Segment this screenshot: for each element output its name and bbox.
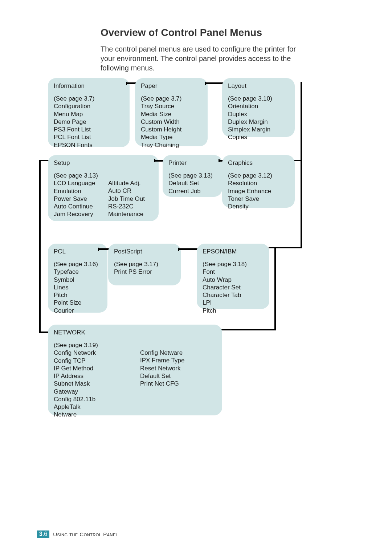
menu-network: NETWORK (See page 3.19) Config Network C… bbox=[48, 325, 222, 415]
menu-body: (See page 3.18) Font Auto Wrap Character… bbox=[203, 260, 264, 314]
menu-item: Auto CR bbox=[108, 187, 145, 195]
menu-item: Character Set bbox=[203, 284, 264, 291]
menu-body: (See page 3.13) LCD Language Emulation P… bbox=[54, 172, 153, 218]
menu-item: Demo Page bbox=[54, 118, 124, 126]
page: Overview of Control Panel Menus The cont… bbox=[0, 0, 392, 553]
menu-item: Default Set bbox=[140, 372, 185, 380]
menu-item: IP Get Method bbox=[54, 365, 130, 372]
menu-item: Config Netware bbox=[140, 349, 185, 357]
page-ref: (See page 3.7) bbox=[54, 95, 124, 102]
page-ref: (See page 3.7) bbox=[141, 95, 202, 102]
page-ref: (See page 3.16) bbox=[54, 260, 102, 268]
menu-item: Gateway bbox=[54, 388, 130, 395]
menu-item: Job Time Out bbox=[108, 195, 145, 203]
menu-item: Font bbox=[203, 268, 264, 276]
menu-body: (See page 3.13) Default Set Current Job bbox=[168, 172, 216, 195]
arrow-icon bbox=[205, 82, 225, 84]
menu-item: Reset Network bbox=[140, 365, 185, 372]
menu-body: (See page 3.10) Orientation Duplex Duple… bbox=[228, 95, 289, 141]
menu-item: Netware bbox=[54, 411, 130, 418]
menu-item: Symbol bbox=[54, 276, 102, 284]
menu-item: Toner Save bbox=[228, 195, 289, 203]
menu-title: Paper bbox=[141, 82, 202, 90]
page-ref: (See page 3.19) bbox=[54, 341, 130, 349]
menu-item: Pitch bbox=[54, 291, 102, 299]
menu-item: PS3 Font List bbox=[54, 126, 124, 133]
menu-layout: Layout (See page 3.10) Orientation Duple… bbox=[222, 78, 295, 137]
menu-title: PCL bbox=[54, 248, 102, 255]
menu-item: EPSON Fonts bbox=[54, 141, 124, 149]
menu-item: Config TCP bbox=[54, 357, 130, 365]
menu-paper: Paper (See page 3.7) Tray Source Media S… bbox=[135, 78, 208, 146]
menu-body: (See page 3.7) Configuration Menu Map De… bbox=[54, 95, 124, 149]
menu-item: Point Size bbox=[54, 299, 102, 306]
menu-item: Custom Height bbox=[141, 126, 202, 133]
menu-title: NETWORK bbox=[54, 329, 216, 336]
menu-item: Tray Chaining bbox=[141, 141, 202, 149]
menu-item: Maintenance bbox=[108, 210, 145, 218]
menu-item: PCL Font List bbox=[54, 133, 124, 141]
menu-item: LCD Language bbox=[54, 179, 98, 187]
menu-item: Simplex Margin bbox=[228, 126, 289, 133]
page-ref: (See page 3.13) bbox=[168, 172, 216, 179]
page-ref: (See page 3.18) bbox=[203, 260, 264, 268]
menu-body: (See page 3.12) Resolution Image Enhance… bbox=[228, 172, 289, 210]
menu-graphics: Graphics (See page 3.12) Resolution Imag… bbox=[222, 155, 295, 208]
menu-item: Duplex Margin bbox=[228, 118, 289, 126]
menu-item: Orientation bbox=[228, 102, 289, 110]
menu-item: Power Save bbox=[54, 195, 98, 203]
menu-item: Auto Wrap bbox=[203, 276, 264, 284]
menu-title: EPSON/IBM bbox=[203, 248, 264, 255]
page-ref: (See page 3.12) bbox=[228, 172, 289, 179]
menu-postscript: PostScript (See page 3.17) Print PS Erro… bbox=[108, 244, 181, 285]
page-ref: (See page 3.17) bbox=[114, 260, 175, 268]
chapter-number: 3 bbox=[39, 531, 42, 537]
menu-item: Current Job bbox=[168, 187, 216, 195]
menu-printer: Printer (See page 3.13) Default Set Curr… bbox=[163, 155, 222, 197]
menu-item: LPI bbox=[203, 299, 264, 306]
menu-item: Density bbox=[228, 203, 289, 210]
menu-information: Information (See page 3.7) Configuration… bbox=[48, 78, 130, 147]
menu-item: Configuration bbox=[54, 102, 124, 110]
menu-body: (See page 3.7) Tray Source Media Size Cu… bbox=[141, 95, 202, 149]
menu-title: PostScript bbox=[114, 248, 175, 255]
page-footer: 3.6 Using the Control Panel bbox=[37, 530, 118, 538]
menu-body: (See page 3.16) Typeface Symbol Lines Pi… bbox=[54, 260, 102, 314]
menu-item: Lines bbox=[54, 284, 102, 291]
menu-item: Character Tab bbox=[203, 291, 264, 299]
menu-body: (See page 3.17) Print PS Error bbox=[114, 260, 175, 276]
connector-row2-left bbox=[39, 160, 48, 333]
menu-title: Printer bbox=[168, 159, 216, 167]
page-ref: (See page 3.10) bbox=[228, 95, 289, 102]
menu-item: Custom Width bbox=[141, 118, 202, 126]
menu-item: AppleTalk bbox=[54, 403, 130, 411]
menu-item: Image Enhance bbox=[228, 187, 289, 195]
menu-item: Subnet Mask bbox=[54, 380, 130, 387]
menu-item: RS-232C bbox=[108, 203, 145, 210]
menu-item: Menu Map bbox=[54, 110, 124, 118]
menu-item: IP Address bbox=[54, 372, 130, 380]
menu-item: Print PS Error bbox=[114, 268, 175, 276]
menu-item: Pitch bbox=[203, 307, 264, 314]
arrow-icon bbox=[178, 248, 200, 250]
menu-item: Default Set bbox=[168, 179, 216, 187]
intro-paragraph: The control panel menus are used to conf… bbox=[101, 44, 307, 73]
menu-title: Information bbox=[54, 82, 124, 90]
page-number: 6 bbox=[44, 531, 47, 537]
menu-item: Duplex bbox=[228, 110, 289, 118]
menu-epson-ibm: EPSON/IBM (See page 3.18) Font Auto Wrap… bbox=[197, 244, 269, 309]
menu-setup: Setup (See page 3.13) LCD Language Emula… bbox=[48, 155, 159, 221]
menu-title: Setup bbox=[54, 159, 153, 167]
footer-title: Using the Control Panel bbox=[53, 531, 118, 537]
menu-item: Config Network bbox=[54, 349, 130, 357]
menu-item: Resolution bbox=[228, 179, 289, 187]
menu-item: Auto Continue bbox=[54, 203, 98, 210]
menu-item: Typeface bbox=[54, 268, 102, 276]
menu-item: Media Size bbox=[141, 110, 202, 118]
menu-item: Altitude Adj. bbox=[108, 179, 145, 187]
menu-pcl: PCL (See page 3.16) Typeface Symbol Line… bbox=[48, 244, 107, 313]
menu-item: IPX Frame Type bbox=[140, 357, 185, 364]
menu-item: Jam Recovery bbox=[54, 210, 98, 218]
menu-title: Graphics bbox=[228, 159, 289, 167]
menu-body: (See page 3.19) Config Network Config TC… bbox=[54, 341, 216, 419]
